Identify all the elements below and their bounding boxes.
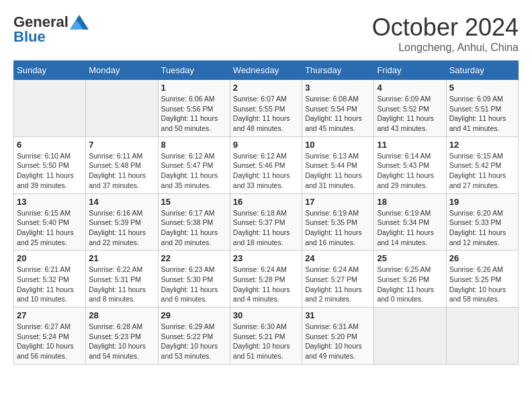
- calendar-cell: 14Sunrise: 6:16 AMSunset: 5:39 PMDayligh…: [86, 193, 158, 250]
- calendar-cell: 18Sunrise: 6:19 AMSunset: 5:34 PMDayligh…: [374, 193, 446, 250]
- week-row-4: 20Sunrise: 6:21 AMSunset: 5:32 PMDayligh…: [14, 250, 519, 308]
- calendar-cell: 8Sunrise: 6:12 AMSunset: 5:47 PMDaylight…: [158, 136, 230, 193]
- day-number: 16: [233, 197, 299, 207]
- calendar-cell: 17Sunrise: 6:19 AMSunset: 5:35 PMDayligh…: [302, 193, 374, 250]
- calendar-cell: [374, 308, 446, 365]
- week-row-3: 13Sunrise: 6:15 AMSunset: 5:40 PMDayligh…: [14, 193, 519, 250]
- day-number: 13: [17, 197, 83, 207]
- week-row-5: 27Sunrise: 6:27 AMSunset: 5:24 PMDayligh…: [14, 308, 519, 365]
- day-info: Sunrise: 6:30 AMSunset: 5:21 PMDaylight:…: [233, 322, 299, 361]
- calendar-cell: [86, 80, 158, 137]
- day-number: 1: [161, 83, 227, 93]
- day-info: Sunrise: 6:13 AMSunset: 5:44 PMDaylight:…: [305, 151, 371, 191]
- day-info: Sunrise: 6:23 AMSunset: 5:30 PMDaylight:…: [161, 265, 227, 304]
- week-row-2: 6Sunrise: 6:10 AMSunset: 5:50 PMDaylight…: [14, 136, 519, 193]
- day-info: Sunrise: 6:08 AMSunset: 5:54 PMDaylight:…: [305, 94, 371, 134]
- calendar-cell: 16Sunrise: 6:18 AMSunset: 5:37 PMDayligh…: [230, 193, 302, 250]
- day-number: 24: [305, 253, 371, 263]
- day-number: 21: [89, 253, 154, 263]
- day-number: 18: [377, 197, 443, 207]
- day-info: Sunrise: 6:31 AMSunset: 5:20 PMDaylight:…: [305, 322, 371, 361]
- column-header-wednesday: Wednesday: [230, 61, 302, 80]
- day-info: Sunrise: 6:10 AMSunset: 5:50 PMDaylight:…: [17, 151, 83, 191]
- column-header-tuesday: Tuesday: [158, 61, 230, 80]
- calendar-cell: 28Sunrise: 6:28 AMSunset: 5:23 PMDayligh…: [86, 308, 158, 365]
- day-info: Sunrise: 6:22 AMSunset: 5:31 PMDaylight:…: [89, 265, 154, 304]
- month-title: October 2024: [372, 13, 519, 42]
- day-info: Sunrise: 6:16 AMSunset: 5:39 PMDaylight:…: [89, 208, 154, 248]
- column-header-friday: Friday: [374, 61, 446, 80]
- calendar-cell: 15Sunrise: 6:17 AMSunset: 5:38 PMDayligh…: [158, 193, 230, 250]
- day-number: 15: [161, 197, 227, 207]
- day-info: Sunrise: 6:14 AMSunset: 5:43 PMDaylight:…: [377, 151, 443, 191]
- calendar-cell: 24Sunrise: 6:24 AMSunset: 5:27 PMDayligh…: [302, 250, 374, 308]
- day-info: Sunrise: 6:11 AMSunset: 5:48 PMDaylight:…: [89, 151, 154, 191]
- calendar-table: SundayMondayTuesdayWednesdayThursdayFrid…: [13, 60, 519, 365]
- calendar-cell: 11Sunrise: 6:14 AMSunset: 5:43 PMDayligh…: [374, 136, 446, 193]
- day-info: Sunrise: 6:25 AMSunset: 5:26 PMDaylight:…: [377, 265, 443, 304]
- calendar-cell: 13Sunrise: 6:15 AMSunset: 5:40 PMDayligh…: [14, 193, 86, 250]
- day-info: Sunrise: 6:26 AMSunset: 5:25 PMDaylight:…: [449, 265, 515, 304]
- day-number: 5: [449, 83, 515, 93]
- logo-blue-text: Blue: [13, 28, 46, 46]
- calendar-cell: 30Sunrise: 6:30 AMSunset: 5:21 PMDayligh…: [230, 308, 302, 365]
- calendar-body: 1Sunrise: 6:06 AMSunset: 5:56 PMDaylight…: [14, 80, 519, 365]
- day-number: 2: [233, 83, 299, 93]
- calendar-cell: 20Sunrise: 6:21 AMSunset: 5:32 PMDayligh…: [14, 250, 86, 308]
- day-number: 23: [233, 253, 299, 263]
- day-number: 10: [305, 140, 371, 150]
- calendar-cell: 10Sunrise: 6:13 AMSunset: 5:44 PMDayligh…: [302, 136, 374, 193]
- column-header-thursday: Thursday: [302, 61, 374, 80]
- day-info: Sunrise: 6:09 AMSunset: 5:52 PMDaylight:…: [377, 94, 443, 134]
- day-number: 19: [449, 197, 515, 207]
- logo: General Blue: [13, 13, 89, 46]
- day-info: Sunrise: 6:07 AMSunset: 5:55 PMDaylight:…: [233, 94, 299, 134]
- day-number: 28: [89, 310, 154, 320]
- calendar-cell: [14, 80, 86, 137]
- day-number: 11: [377, 140, 443, 150]
- day-number: 25: [377, 253, 443, 263]
- day-number: 7: [89, 140, 154, 150]
- calendar-cell: 5Sunrise: 6:09 AMSunset: 5:51 PMDaylight…: [446, 80, 518, 137]
- calendar-cell: 9Sunrise: 6:12 AMSunset: 5:46 PMDaylight…: [230, 136, 302, 193]
- day-info: Sunrise: 6:24 AMSunset: 5:28 PMDaylight:…: [233, 265, 299, 304]
- day-info: Sunrise: 6:20 AMSunset: 5:33 PMDaylight:…: [449, 208, 515, 248]
- column-header-sunday: Sunday: [14, 61, 86, 80]
- day-number: 12: [449, 140, 515, 150]
- column-header-monday: Monday: [86, 61, 158, 80]
- day-number: 8: [161, 140, 227, 150]
- day-number: 6: [17, 140, 83, 150]
- calendar-cell: 31Sunrise: 6:31 AMSunset: 5:20 PMDayligh…: [302, 308, 374, 365]
- calendar-cell: 4Sunrise: 6:09 AMSunset: 5:52 PMDaylight…: [374, 80, 446, 137]
- calendar-cell: 25Sunrise: 6:25 AMSunset: 5:26 PMDayligh…: [374, 250, 446, 308]
- day-info: Sunrise: 6:28 AMSunset: 5:23 PMDaylight:…: [89, 322, 154, 361]
- header-row: SundayMondayTuesdayWednesdayThursdayFrid…: [14, 61, 519, 80]
- day-number: 4: [377, 83, 443, 93]
- column-header-saturday: Saturday: [446, 61, 518, 80]
- day-number: 30: [233, 310, 299, 320]
- day-info: Sunrise: 6:29 AMSunset: 5:22 PMDaylight:…: [161, 322, 227, 361]
- calendar-cell: 1Sunrise: 6:06 AMSunset: 5:56 PMDaylight…: [158, 80, 230, 137]
- day-number: 3: [305, 83, 371, 93]
- day-number: 22: [161, 253, 227, 263]
- page-header: General Blue October 2024 Longcheng, Anh…: [13, 13, 519, 54]
- calendar-cell: 22Sunrise: 6:23 AMSunset: 5:30 PMDayligh…: [158, 250, 230, 308]
- day-info: Sunrise: 6:18 AMSunset: 5:37 PMDaylight:…: [233, 208, 299, 248]
- day-number: 20: [17, 253, 83, 263]
- day-info: Sunrise: 6:15 AMSunset: 5:40 PMDaylight:…: [17, 208, 83, 248]
- day-number: 14: [89, 197, 154, 207]
- calendar-cell: 3Sunrise: 6:08 AMSunset: 5:54 PMDaylight…: [302, 80, 374, 137]
- calendar-header: SundayMondayTuesdayWednesdayThursdayFrid…: [14, 61, 519, 80]
- calendar-cell: 27Sunrise: 6:27 AMSunset: 5:24 PMDayligh…: [14, 308, 86, 365]
- day-number: 26: [449, 253, 515, 263]
- day-info: Sunrise: 6:19 AMSunset: 5:35 PMDaylight:…: [305, 208, 371, 248]
- location-text: Longcheng, Anhui, China: [372, 42, 519, 54]
- day-info: Sunrise: 6:19 AMSunset: 5:34 PMDaylight:…: [377, 208, 443, 248]
- day-info: Sunrise: 6:21 AMSunset: 5:32 PMDaylight:…: [17, 265, 83, 304]
- day-info: Sunrise: 6:27 AMSunset: 5:24 PMDaylight:…: [17, 322, 83, 361]
- calendar-cell: 6Sunrise: 6:10 AMSunset: 5:50 PMDaylight…: [14, 136, 86, 193]
- logo-icon: [70, 15, 89, 30]
- calendar-cell: 7Sunrise: 6:11 AMSunset: 5:48 PMDaylight…: [86, 136, 158, 193]
- calendar-cell: 29Sunrise: 6:29 AMSunset: 5:22 PMDayligh…: [158, 308, 230, 365]
- day-info: Sunrise: 6:09 AMSunset: 5:51 PMDaylight:…: [449, 94, 515, 134]
